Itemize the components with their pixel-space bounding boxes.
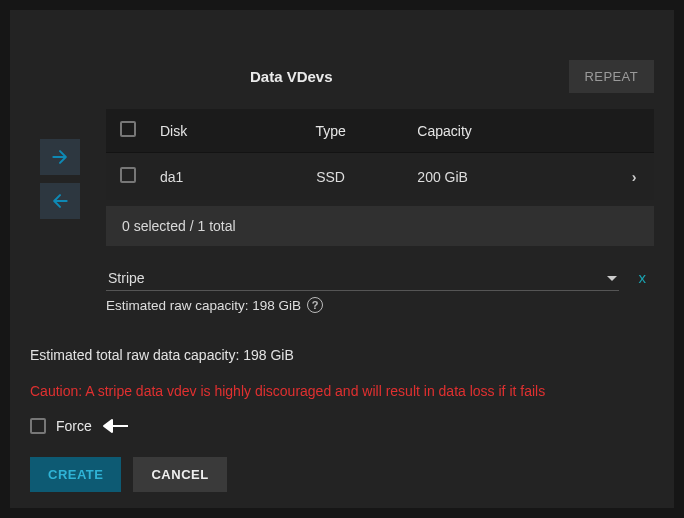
chevron-right-icon: › [632, 169, 637, 185]
help-icon[interactable]: ? [307, 297, 323, 313]
layout-select-value: Stripe [108, 270, 145, 286]
force-checkbox[interactable] [30, 418, 46, 434]
col-disk: Disk [150, 109, 268, 153]
force-row: Force [30, 417, 654, 435]
move-right-button[interactable] [40, 139, 80, 175]
est-raw-text: Estimated raw capacity: 198 GiB [106, 298, 301, 313]
col-capacity: Capacity [393, 109, 614, 153]
force-label: Force [56, 418, 92, 434]
arrow-right-icon [50, 147, 70, 167]
repeat-button[interactable]: REPEAT [569, 60, 654, 93]
vdev-panel: Data VDevs REPEAT Disk [10, 10, 674, 508]
panel-title: Data VDevs [250, 68, 333, 85]
disk-table: Disk Type Capacity da1 SSD 200 GiB › [106, 109, 654, 200]
create-button[interactable]: CREATE [30, 457, 121, 492]
table-row[interactable]: da1 SSD 200 GiB › [106, 153, 654, 201]
row-checkbox[interactable] [120, 167, 136, 183]
layout-select[interactable]: Stripe [106, 264, 619, 291]
cell-type: SSD [268, 153, 394, 201]
remove-vdev-button[interactable]: x [631, 269, 655, 286]
transfer-arrows [30, 139, 90, 313]
table-wrap: Disk Type Capacity da1 SSD 200 GiB › [106, 109, 654, 313]
expand-row-button[interactable]: › [614, 153, 654, 201]
selection-status: 0 selected / 1 total [106, 206, 654, 246]
table-header-row: Disk Type Capacity [106, 109, 654, 153]
estimated-total-capacity: Estimated total raw data capacity: 198 G… [30, 347, 654, 363]
header-row: Data VDevs REPEAT [30, 60, 654, 93]
caution-message: Caution: A stripe data vdev is highly di… [30, 383, 654, 399]
action-buttons: CREATE CANCEL [30, 457, 654, 492]
estimated-raw-capacity: Estimated raw capacity: 198 GiB ? [106, 297, 654, 313]
col-type: Type [268, 109, 394, 153]
main-row: Disk Type Capacity da1 SSD 200 GiB › [30, 109, 654, 313]
cancel-button[interactable]: CANCEL [133, 457, 226, 492]
select-all-checkbox[interactable] [120, 121, 136, 137]
move-left-button[interactable] [40, 183, 80, 219]
layout-row: Stripe x [106, 264, 654, 291]
cell-capacity: 200 GiB [393, 153, 614, 201]
pointer-arrow-icon [102, 417, 130, 435]
arrow-left-icon [50, 191, 70, 211]
chevron-down-icon [607, 276, 617, 281]
cell-disk: da1 [150, 153, 268, 201]
